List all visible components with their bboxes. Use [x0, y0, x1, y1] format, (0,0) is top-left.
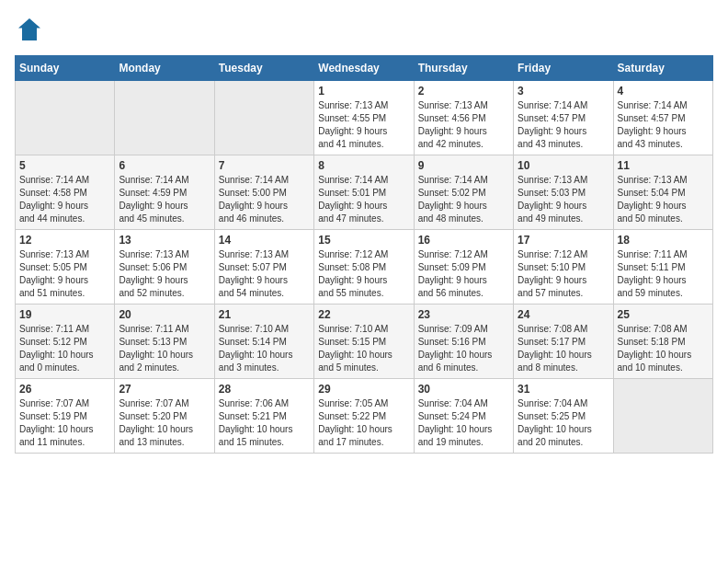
calendar-week-row: 19Sunrise: 7:11 AM Sunset: 5:12 PM Dayli…	[16, 304, 713, 379]
calendar-cell: 19Sunrise: 7:11 AM Sunset: 5:12 PM Dayli…	[16, 304, 115, 379]
weekday-header: Tuesday	[214, 56, 313, 81]
calendar-cell: 8Sunrise: 7:14 AM Sunset: 5:01 PM Daylig…	[314, 155, 414, 230]
day-number: 18	[618, 234, 709, 247]
day-info: Sunrise: 7:13 AM Sunset: 4:56 PM Dayligh…	[418, 99, 509, 151]
day-info: Sunrise: 7:13 AM Sunset: 4:55 PM Dayligh…	[318, 99, 409, 151]
weekday-header: Saturday	[613, 56, 712, 81]
calendar-cell: 3Sunrise: 7:14 AM Sunset: 4:57 PM Daylig…	[514, 81, 613, 155]
day-info: Sunrise: 7:12 AM Sunset: 5:09 PM Dayligh…	[418, 248, 509, 300]
calendar-cell: 4Sunrise: 7:14 AM Sunset: 4:57 PM Daylig…	[613, 81, 712, 155]
day-info: Sunrise: 7:11 AM Sunset: 5:13 PM Dayligh…	[119, 323, 210, 374]
day-info: Sunrise: 7:14 AM Sunset: 5:02 PM Dayligh…	[418, 174, 509, 225]
day-info: Sunrise: 7:10 AM Sunset: 5:15 PM Dayligh…	[318, 323, 409, 374]
calendar-cell: 25Sunrise: 7:08 AM Sunset: 5:18 PM Dayli…	[613, 304, 712, 379]
calendar-cell: 29Sunrise: 7:05 AM Sunset: 5:22 PM Dayli…	[314, 379, 414, 454]
day-number: 25	[618, 308, 709, 321]
calendar-table: SundayMondayTuesdayWednesdayThursdayFrid…	[15, 55, 713, 454]
day-info: Sunrise: 7:09 AM Sunset: 5:16 PM Dayligh…	[418, 323, 509, 374]
calendar-cell	[16, 81, 115, 155]
calendar-week-row: 1Sunrise: 7:13 AM Sunset: 4:55 PM Daylig…	[16, 81, 713, 155]
calendar-cell: 2Sunrise: 7:13 AM Sunset: 4:56 PM Daylig…	[414, 81, 513, 155]
weekday-header: Friday	[514, 56, 613, 81]
calendar-cell: 17Sunrise: 7:12 AM Sunset: 5:10 PM Dayli…	[514, 230, 613, 304]
day-info: Sunrise: 7:13 AM Sunset: 5:05 PM Dayligh…	[19, 248, 110, 300]
calendar-cell: 24Sunrise: 7:08 AM Sunset: 5:17 PM Dayli…	[514, 304, 613, 379]
day-info: Sunrise: 7:12 AM Sunset: 5:10 PM Dayligh…	[518, 248, 609, 300]
day-info: Sunrise: 7:13 AM Sunset: 5:03 PM Dayligh…	[518, 174, 609, 225]
calendar-cell: 30Sunrise: 7:04 AM Sunset: 5:24 PM Dayli…	[414, 379, 513, 454]
day-number: 24	[518, 308, 609, 321]
calendar-cell: 7Sunrise: 7:14 AM Sunset: 5:00 PM Daylig…	[214, 155, 313, 230]
day-number: 22	[318, 308, 409, 321]
day-number: 5	[19, 159, 110, 172]
calendar-cell	[115, 81, 214, 155]
day-info: Sunrise: 7:07 AM Sunset: 5:19 PM Dayligh…	[19, 397, 110, 449]
calendar-cell: 13Sunrise: 7:13 AM Sunset: 5:06 PM Dayli…	[115, 230, 214, 304]
weekday-header: Sunday	[16, 56, 115, 81]
day-number: 1	[318, 85, 409, 98]
weekday-header: Wednesday	[314, 56, 414, 81]
day-number: 15	[318, 234, 409, 247]
calendar-cell: 6Sunrise: 7:14 AM Sunset: 4:59 PM Daylig…	[115, 155, 214, 230]
day-info: Sunrise: 7:11 AM Sunset: 5:11 PM Dayligh…	[618, 248, 709, 300]
day-number: 28	[219, 383, 310, 396]
day-info: Sunrise: 7:13 AM Sunset: 5:04 PM Dayligh…	[618, 174, 709, 225]
day-number: 26	[19, 383, 110, 396]
calendar-cell	[214, 81, 313, 155]
day-number: 8	[318, 159, 409, 172]
calendar-cell: 23Sunrise: 7:09 AM Sunset: 5:16 PM Dayli…	[414, 304, 513, 379]
calendar-cell: 31Sunrise: 7:04 AM Sunset: 5:25 PM Dayli…	[514, 379, 613, 454]
day-info: Sunrise: 7:13 AM Sunset: 5:07 PM Dayligh…	[219, 248, 310, 300]
day-info: Sunrise: 7:08 AM Sunset: 5:17 PM Dayligh…	[518, 323, 609, 374]
day-info: Sunrise: 7:06 AM Sunset: 5:21 PM Dayligh…	[219, 397, 310, 449]
day-info: Sunrise: 7:10 AM Sunset: 5:14 PM Dayligh…	[219, 323, 310, 374]
day-number: 12	[19, 234, 110, 247]
day-number: 23	[418, 308, 509, 321]
calendar-cell: 5Sunrise: 7:14 AM Sunset: 4:58 PM Daylig…	[16, 155, 115, 230]
day-info: Sunrise: 7:14 AM Sunset: 5:00 PM Dayligh…	[219, 174, 310, 225]
day-info: Sunrise: 7:14 AM Sunset: 4:58 PM Dayligh…	[19, 174, 110, 225]
calendar-cell: 18Sunrise: 7:11 AM Sunset: 5:11 PM Dayli…	[613, 230, 712, 304]
calendar-cell: 20Sunrise: 7:11 AM Sunset: 5:13 PM Dayli…	[115, 304, 214, 379]
calendar-cell: 10Sunrise: 7:13 AM Sunset: 5:03 PM Dayli…	[514, 155, 613, 230]
calendar-cell: 21Sunrise: 7:10 AM Sunset: 5:14 PM Dayli…	[214, 304, 313, 379]
day-info: Sunrise: 7:14 AM Sunset: 5:01 PM Dayligh…	[318, 174, 409, 225]
day-number: 11	[618, 159, 709, 172]
day-number: 10	[518, 159, 609, 172]
day-info: Sunrise: 7:12 AM Sunset: 5:08 PM Dayligh…	[318, 248, 409, 300]
calendar-cell: 11Sunrise: 7:13 AM Sunset: 5:04 PM Dayli…	[613, 155, 712, 230]
calendar-week-row: 26Sunrise: 7:07 AM Sunset: 5:19 PM Dayli…	[16, 379, 713, 454]
day-number: 7	[219, 159, 310, 172]
calendar-cell: 22Sunrise: 7:10 AM Sunset: 5:15 PM Dayli…	[314, 304, 414, 379]
calendar-header: SundayMondayTuesdayWednesdayThursdayFrid…	[16, 56, 713, 81]
calendar-cell: 12Sunrise: 7:13 AM Sunset: 5:05 PM Dayli…	[16, 230, 115, 304]
day-number: 21	[219, 308, 310, 321]
calendar-cell: 26Sunrise: 7:07 AM Sunset: 5:19 PM Dayli…	[16, 379, 115, 454]
page-header	[15, 15, 713, 44]
day-number: 31	[518, 383, 609, 396]
day-number: 14	[219, 234, 310, 247]
day-number: 9	[418, 159, 509, 172]
calendar-cell: 16Sunrise: 7:12 AM Sunset: 5:09 PM Dayli…	[414, 230, 513, 304]
day-info: Sunrise: 7:05 AM Sunset: 5:22 PM Dayligh…	[318, 397, 409, 449]
day-number: 30	[418, 383, 509, 396]
day-number: 2	[418, 85, 509, 98]
day-number: 29	[318, 383, 409, 396]
weekday-header: Monday	[115, 56, 214, 81]
day-info: Sunrise: 7:11 AM Sunset: 5:12 PM Dayligh…	[19, 323, 110, 374]
day-info: Sunrise: 7:04 AM Sunset: 5:24 PM Dayligh…	[418, 397, 509, 449]
svg-marker-0	[18, 18, 40, 40]
logo	[15, 15, 48, 44]
day-info: Sunrise: 7:14 AM Sunset: 4:57 PM Dayligh…	[518, 99, 609, 151]
calendar-cell: 9Sunrise: 7:14 AM Sunset: 5:02 PM Daylig…	[414, 155, 513, 230]
calendar-week-row: 5Sunrise: 7:14 AM Sunset: 4:58 PM Daylig…	[16, 155, 713, 230]
day-number: 17	[518, 234, 609, 247]
day-number: 20	[119, 308, 210, 321]
day-info: Sunrise: 7:08 AM Sunset: 5:18 PM Dayligh…	[618, 323, 709, 374]
day-number: 4	[618, 85, 709, 98]
day-info: Sunrise: 7:14 AM Sunset: 4:57 PM Dayligh…	[618, 99, 709, 151]
calendar-cell: 28Sunrise: 7:06 AM Sunset: 5:21 PM Dayli…	[214, 379, 313, 454]
weekday-header: Thursday	[414, 56, 513, 81]
day-info: Sunrise: 7:07 AM Sunset: 5:20 PM Dayligh…	[119, 397, 210, 449]
day-number: 13	[119, 234, 210, 247]
